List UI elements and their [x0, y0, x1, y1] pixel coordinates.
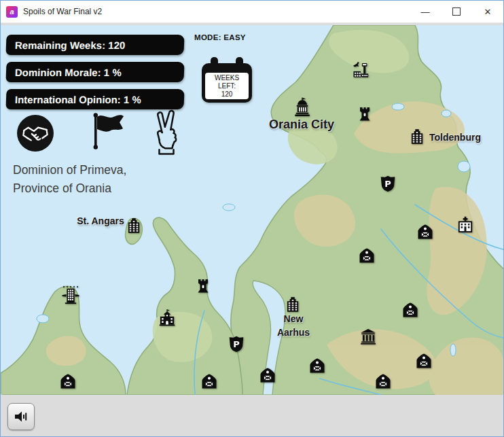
- map-label: Toldenburg: [429, 132, 481, 143]
- app-window: a Spoils of War Final v2 — ✕: [0, 0, 504, 437]
- handshake-icon[interactable]: [16, 114, 54, 152]
- app-icon: a: [6, 6, 18, 18]
- calendar-line1: WEEKS: [215, 74, 239, 82]
- map-label: St. Angars: [77, 215, 124, 226]
- weeks-left-calendar-icon: WEEKS LEFT: 120: [202, 63, 252, 103]
- map-label: New: [284, 313, 304, 324]
- calendar-value: 120: [221, 90, 233, 99]
- temple-marker-icon[interactable]: [361, 329, 376, 345]
- region-title-line1: Dominion of Primeva,: [13, 161, 126, 179]
- window-title: Spoils of War Final v2: [23, 7, 102, 16]
- speaker-icon: [14, 409, 29, 424]
- maximize-box: [452, 7, 461, 16]
- hud-stats: Remaining Weeks: 120 Dominion Morale: 1 …: [6, 35, 184, 116]
- map-canvas[interactable]: P: [1, 25, 503, 395]
- game-content: P: [1, 23, 503, 437]
- map-label: Orania City: [269, 118, 334, 132]
- remaining-weeks-bar: Remaining Weeks: 120: [5, 35, 184, 55]
- region-title-line2: Province of Orania: [13, 179, 126, 198]
- flag-icon[interactable]: [89, 111, 127, 152]
- minimize-icon[interactable]: —: [410, 1, 441, 22]
- international-opinion-bar: International Opinion: 1 %: [5, 89, 184, 109]
- region-title: Dominion of Primeva, Province of Orania: [13, 161, 126, 198]
- map-label: Aarhus: [277, 327, 310, 338]
- dominion-morale-bar: Dominion Morale: 1 %: [5, 62, 184, 82]
- close-icon[interactable]: ✕: [472, 1, 503, 22]
- window-controls: — ✕: [410, 1, 503, 22]
- mode-label: MODE: EASY: [194, 33, 246, 41]
- peace-hand-icon[interactable]: [153, 107, 180, 158]
- speaker-button[interactable]: [7, 403, 35, 430]
- maximize-icon[interactable]: [441, 1, 472, 22]
- calendar-line2: LEFT:: [218, 82, 236, 90]
- titlebar: a Spoils of War Final v2 — ✕: [1, 1, 503, 23]
- weeks-left-text: WEEKS LEFT: 120: [205, 73, 249, 99]
